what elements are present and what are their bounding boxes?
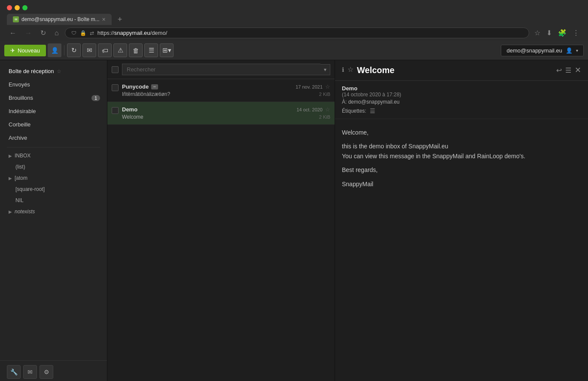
delete-button[interactable]: 🗑 (129, 43, 143, 57)
body-line-3: Best regards, (342, 165, 581, 175)
email-meta: 17 nov. 2021 ☆ (296, 83, 330, 90)
settings-icon: ⚙ (44, 369, 49, 375)
wrench-button[interactable]: 🔧 (7, 365, 21, 379)
close-icon: ✕ (575, 66, 581, 74)
forward-button[interactable]: → (22, 28, 34, 38)
sidebar-folder-squareroot[interactable]: [square-root] (0, 184, 107, 195)
search-input[interactable] (122, 64, 320, 75)
email-subject: Iñtërnâtiônàlizætiøn? (122, 91, 170, 97)
compose-icon: ✈ (10, 47, 15, 54)
sidebar-item-archive[interactable]: Archive (0, 131, 107, 144)
folder-label: INBOX (15, 153, 30, 159)
sender-icon: ▪▪ (151, 84, 158, 89)
address-bar[interactable]: 🛡 🔒 ⇄ https://snappymail.eu/demo/ (65, 28, 529, 38)
sidebar-folder-inbox[interactable]: ▶ INBOX (0, 150, 107, 161)
email-close-button[interactable]: ✕ (575, 65, 581, 75)
labels-icon[interactable]: ☰ (370, 108, 375, 114)
archive-label: Archive (9, 135, 27, 141)
nav-actions: ☆ ⬇ 🧩 ⋮ (533, 28, 581, 38)
email-list-panel: ▾ Punycode ▪▪ 17 nov. 2021 ☆ (107, 60, 335, 381)
drafts-badge: 1 (91, 95, 100, 101)
email-star-icon[interactable]: ☆ (325, 106, 330, 113)
list-view-button[interactable]: ☰ (144, 43, 158, 57)
sidebar-item-inbox[interactable]: Boîte de réception ☆ (0, 65, 107, 78)
email-star-icon[interactable]: ☆ (325, 83, 330, 90)
folder-label: [square-root] (15, 186, 45, 192)
inbox-star-icon[interactable]: ☆ (57, 68, 61, 74)
email-sender: Demo (122, 106, 137, 113)
email-view-star-icon[interactable]: ☆ (347, 65, 353, 74)
email-content: Demo 14 oct. 2020 ☆ Welcome 2 KiB (122, 106, 330, 120)
email-view-from: Demo (342, 85, 581, 92)
traffic-light-minimize[interactable] (15, 5, 20, 10)
traffic-light-maximize[interactable] (22, 5, 27, 10)
tab-title: demo@snappymail.eu - Boîte m... (21, 16, 100, 22)
bookmark-button[interactable]: ☆ (533, 28, 542, 38)
email-date: 17 nov. 2021 (296, 84, 323, 89)
user-badge[interactable]: demo@snappymail.eu 👤 ▾ (501, 45, 584, 56)
email-view-date: (14 octobre 2020 à 17:28) (342, 92, 581, 98)
email-item[interactable]: Demo 14 oct. 2020 ☆ Welcome 2 KiB (107, 102, 335, 125)
check-mail-button[interactable]: ✉ (82, 43, 96, 57)
home-button[interactable]: ⌂ (52, 28, 61, 38)
email-checkbox[interactable] (112, 84, 119, 91)
os-chrome: ✉ demo@snappymail.eu - Boîte m... × + ← … (0, 0, 588, 41)
email-checkbox[interactable] (112, 107, 119, 114)
sidebar-folder-notexists[interactable]: ▶ notexists (0, 206, 107, 217)
address-bar-row: ← → ↻ ⌂ 🛡 🔒 ⇄ https://snappymail.eu/demo… (0, 25, 588, 41)
reply-icon: ↩ (556, 67, 562, 74)
tab-add-button[interactable]: + (115, 15, 125, 24)
tag-icon: 🏷 (102, 47, 108, 54)
email-view-labels: Étiquettes: ☰ (342, 108, 581, 114)
sidebar-item-drafts[interactable]: Brouillons 1 (0, 91, 107, 104)
back-button[interactable]: ← (7, 28, 19, 38)
sidebar-item-spam[interactable]: Indésirable (0, 104, 107, 118)
reload-mail-button[interactable]: ↻ (67, 43, 81, 57)
sidebar-footer: 🔧 ✉ ⚙ (0, 360, 107, 381)
from-name: Demo (342, 85, 357, 92)
spam-label: Indésirable (9, 108, 36, 114)
sidebar-item-trash[interactable]: Corbeille (0, 118, 107, 131)
email-menu-button[interactable]: ☰ (565, 66, 571, 74)
browser-menu-button[interactable]: ⋮ (571, 28, 581, 38)
email-date: 14 oct. 2020 (296, 107, 323, 112)
download-button[interactable]: ⬇ (545, 28, 554, 38)
transfer-icon: ⇄ (90, 30, 94, 36)
grid-view-button[interactable]: ⊞▾ (160, 43, 174, 57)
avatar-button[interactable]: 👤 (48, 43, 61, 57)
reply-button[interactable]: ↩ (556, 66, 562, 74)
reload-button[interactable]: ↻ (38, 28, 49, 38)
warn-button[interactable]: ⚠ (113, 43, 127, 57)
folder-label: NIL (15, 197, 24, 203)
email-sender: Punycode ▪▪ (122, 83, 158, 90)
email-item[interactable]: Punycode ▪▪ 17 nov. 2021 ☆ Iñtërnâtiônàl… (107, 79, 335, 102)
footer-compose-icon: ✉ (27, 369, 33, 375)
select-all-checkbox[interactable] (112, 66, 119, 73)
browser-tab[interactable]: ✉ demo@snappymail.eu - Boîte m... × (7, 14, 112, 25)
user-chevron-icon: ▾ (576, 48, 578, 53)
folder-chevron-icon: ▶ (9, 209, 12, 214)
email-list-header: ▾ (107, 60, 335, 79)
sidebar-folder-list[interactable]: (list) (0, 161, 107, 172)
email-view-actions: ↩ ☰ ✕ (556, 65, 581, 75)
footer-compose-button[interactable]: ✉ (23, 365, 37, 379)
folder-label: [atom (15, 175, 27, 181)
traffic-light-close[interactable] (7, 5, 12, 10)
compose-new-button[interactable]: ✈ Nouveau (4, 45, 46, 56)
email-meta: 14 oct. 2020 ☆ (296, 106, 330, 113)
email-view-to: À: demo@snappymail.eu (342, 99, 581, 105)
sidebar: Boîte de réception ☆ Envoyés Brouillons … (0, 60, 107, 381)
email-top: Punycode ▪▪ 17 nov. 2021 ☆ (122, 83, 330, 90)
email-view-meta: Demo (14 octobre 2020 à 17:28) À: demo@s… (335, 81, 588, 119)
body-line-1: Welcome, (342, 128, 581, 137)
tag-button[interactable]: 🏷 (98, 43, 112, 57)
email-view-body: Welcome, this is the demo inbox of Snapp… (335, 119, 588, 381)
lock-icon: 🔒 (80, 30, 86, 36)
sidebar-folder-nil[interactable]: NIL (0, 195, 107, 206)
sidebar-item-sent[interactable]: Envoyés (0, 78, 107, 91)
tab-close-button[interactable]: × (102, 16, 106, 22)
settings-button[interactable]: ⚙ (40, 365, 53, 379)
search-options-button[interactable]: ▾ (320, 64, 330, 75)
sidebar-folder-atom[interactable]: ▶ [atom (0, 172, 107, 184)
extension-button[interactable]: 🧩 (556, 28, 568, 38)
